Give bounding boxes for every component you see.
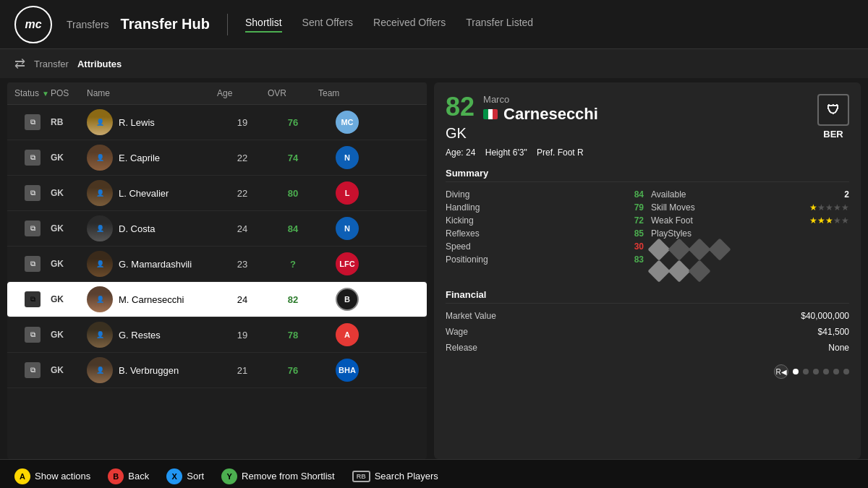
team-badge-5: LFC [336,252,359,275]
sub-header: ⇄ Transfer Attributes [0,49,868,78]
tab-transfer-listed[interactable]: Transfer Listed [466,17,533,33]
back-btn[interactable]: B Back [108,468,149,484]
team-badge-2: N [336,146,359,169]
player-ovr-2: 74 [268,153,318,163]
player-name-cell-6: 👤 M. Carnesecchi [87,286,217,312]
page-dot-2[interactable] [803,369,809,374]
player-row-6[interactable]: ⧉ GK 👤 M. Carnesecchi 24 82 B [7,282,427,317]
player-age-1: 19 [217,117,268,128]
page-dot-4[interactable] [823,369,829,374]
scout-icon-5: ⧉ [25,256,41,272]
player-row-3[interactable]: ⧉ GK 👤 L. Chevalier 22 80 L [7,176,427,211]
transfer-icon: ⇄ [14,56,25,72]
player-team-3: L [318,181,376,205]
flag-italy [483,109,498,119]
team-badge-6: B [336,288,359,311]
bottom-bar: A Show actions B Back X Sort Y Remove fr… [0,459,868,488]
sort-btn[interactable]: X Sort [166,468,204,484]
sub-tab-attributes[interactable]: Attributes [77,59,122,69]
stat-available: Available 2 [651,188,849,201]
player-age-7: 19 [217,330,268,341]
playstyle-3 [688,238,710,260]
player-age-3: 22 [217,188,268,199]
col-pos: POS [51,88,87,98]
player-detail: 82 GK Marco Carnesecchi 🛡 BER Age: 24 He… [434,82,861,459]
player-row-8[interactable]: ⧉ GK 👤 B. Verbruggen 21 76 BHA [7,353,427,388]
player-rows-container: ⧉ RB 👤 R. Lewis 19 76 MC ⧉ GK 👤 E. Capri… [7,105,427,388]
playstyle-6 [668,260,690,282]
page-dot-3[interactable] [813,369,819,374]
sub-tab-transfer[interactable]: Transfer [34,59,69,69]
btn-a-circle: A [14,468,30,484]
tab-shortlist[interactable]: Shortlist [245,17,282,33]
team-badge-1: MC [336,111,359,134]
stat-handling: Handling 79 [446,201,644,214]
tab-received-offers[interactable]: Received Offers [373,17,446,33]
col-status: Status ▼ [14,88,51,98]
page-dot-5[interactable] [833,369,839,374]
status-icon-6: ⧉ [14,291,51,307]
player-name-1: R. Lewis [119,117,155,128]
show-actions-btn[interactable]: A Show actions [14,468,90,484]
player-list: Status ▼ POS Name Age OVR Team ⧉ [7,82,427,459]
status-icon-1: ⧉ [14,114,51,130]
playstyles-row1 [651,241,849,257]
playstyle-5 [647,260,670,282]
playstyle-7 [688,260,710,282]
remove-shortlist-btn[interactable]: Y Remove from Shortlist [221,468,335,484]
player-pos-6: GK [51,294,87,304]
player-ovr-5: ? [268,259,318,270]
player-name-cell-4: 👤 D. Costa [87,215,217,241]
search-players-btn[interactable]: RB Search Players [352,471,438,482]
player-age-2: 22 [217,153,268,163]
playstyle-1 [647,238,670,260]
skill-stars: ★★★★★ [809,202,849,213]
player-face-8: 👤 [87,357,113,383]
stat-reflexes: Reflexes 85 [446,227,644,240]
player-name-cell-2: 👤 E. Caprile [87,145,217,171]
header: mc Transfers Transfer Hub Shortlist Sent… [0,0,868,49]
team-badge-3: L [336,181,359,205]
player-name-cell-5: 👤 G. Mamardashvili [87,251,217,277]
tab-sent-offers[interactable]: Sent Offers [302,17,354,33]
player-ovr-6: 82 [268,294,318,305]
player-row-7[interactable]: ⧉ GK 👤 G. Restes 19 78 A [7,317,427,353]
col-name: Name [87,88,217,98]
player-row-4[interactable]: ⧉ GK 👤 D. Costa 24 84 N [7,211,427,247]
prev-page-btn[interactable]: R◀ [774,364,788,379]
player-pos-8: GK [51,365,87,375]
btn-x-circle: X [166,468,182,484]
player-ovr-7: 78 [268,330,318,341]
nav-tabs: Shortlist Sent Offers Received Offers Tr… [245,17,533,33]
status-icon-4: ⧉ [14,221,51,236]
player-face-2: 👤 [87,145,113,171]
player-face-7: 👤 [87,322,113,348]
player-face-5: 👤 [87,251,113,277]
status-icon-2: ⧉ [14,150,51,166]
financial-market-value: Market Value $40,000,000 [446,309,849,322]
left-stats: Diving 84 Handling 79 Kicking 72 Reflexe… [446,188,644,279]
page-dot-1[interactable] [793,369,799,374]
main-content: Status ▼ POS Name Age OVR Team ⧉ [0,82,868,459]
scout-icon-3: ⧉ [25,185,41,201]
col-age: Age [217,88,268,98]
nav-transfers[interactable]: Transfers [67,19,109,30]
logo-text: mc [25,18,41,31]
page-dot-6[interactable] [843,369,849,374]
player-team-8: BHA [318,359,376,382]
detail-last-name: Carnesecchi [483,105,809,124]
stats-grid: Diving 84 Handling 79 Kicking 72 Reflexe… [446,188,849,279]
team-badge-4: N [336,217,359,240]
player-ovr-1: 76 [268,117,318,128]
player-name-2: E. Caprile [119,153,160,163]
player-pos-4: GK [51,223,87,234]
scout-icon-1: ⧉ [25,114,41,130]
col-ovr: OVR [268,88,318,98]
financial-title: Financial [446,289,849,304]
player-age-6: 24 [217,294,268,305]
team-badge-8: BHA [336,359,359,382]
player-row-1[interactable]: ⧉ RB 👤 R. Lewis 19 76 MC [7,105,427,140]
player-name-5: G. Mamardashvili [119,259,192,270]
player-row-2[interactable]: ⧉ GK 👤 E. Caprile 22 74 N [7,140,427,176]
player-row-5[interactable]: ⧉ GK 👤 G. Mamardashvili 23 ? LFC [7,247,427,282]
